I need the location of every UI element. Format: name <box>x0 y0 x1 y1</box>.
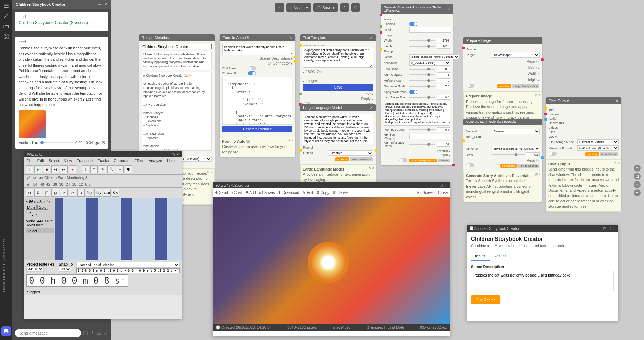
silence-button[interactable]: ⊘ <box>60 189 68 197</box>
fitproj-button[interactable]: ⇱⇲ <box>112 189 119 197</box>
zoom-fit-icon[interactable]: ⊡ <box>634 173 641 180</box>
audio-seek[interactable] <box>40 142 73 143</box>
chatout-toggle[interactable] <box>549 152 557 156</box>
audio-player[interactable]: Audio #1 ▶ 0:00 / 0:34 🔊 ⇱ <box>19 141 105 145</box>
close-icon[interactable] <box>447 7 450 11</box>
close-icon[interactable] <box>615 99 619 103</box>
maximize-icon[interactable]: ▢ <box>172 153 175 156</box>
menu-icon[interactable] <box>3 3 9 9</box>
paste-button[interactable]: 📋 <box>43 189 50 197</box>
node-prepare-image[interactable]: Prepare Image Source Target4k Wallpaper … <box>463 37 542 128</box>
height-slider[interactable] <box>409 46 435 47</box>
recipe-desc[interactable]: Utilise LLM in conjunction with stable d… <box>142 51 212 70</box>
minimize-icon[interactable] <box>97 2 102 7</box>
node-sdxl[interactable]: Generate Storybook Illustration via Stab… <box>381 4 453 165</box>
save-template-button[interactable]: Save <box>303 84 373 91</box>
formio-prompt[interactable]: Pebbles the cat waits patiently beside L… <box>222 44 292 55</box>
save-button[interactable]: Save▾ <box>313 3 338 12</box>
tab-inputs[interactable]: Inputs <box>471 252 490 261</box>
tool-zoom[interactable]: 🔍 <box>107 165 115 173</box>
menu-tracks[interactable]: Tracks <box>98 159 109 163</box>
play-meter[interactable]: 🔊 -54 -48 -42 -36 -30 -24 -18 -12 -6 0 <box>24 181 182 188</box>
menu-file[interactable]: File <box>26 159 33 163</box>
tool-multi[interactable]: ✱ <box>125 165 132 173</box>
track-controls[interactable]: × 56.ma8ico4x MuteSolo - ━●━━ + L ━━●━ R… <box>24 198 55 260</box>
record-button[interactable]: ● <box>69 165 76 173</box>
zoom-sparkle-icon[interactable]: ✦ <box>634 165 641 172</box>
width-slider[interactable] <box>409 40 435 41</box>
storage-select[interactable]: Permanent (Default) <box>577 139 619 144</box>
menu-select[interactable]: Select <box>49 159 59 163</box>
track-select[interactable]: Select <box>26 228 54 233</box>
generate-interface-button[interactable]: Generate Interface <box>222 126 292 132</box>
solo-button[interactable]: Solo <box>37 205 48 210</box>
wand-icon[interactable] <box>3 13 9 19</box>
fit-screen-button[interactable]: ⛶ Fit Screen <box>413 190 435 195</box>
tool-envelope[interactable]: ≡ <box>90 165 98 173</box>
criteria-select[interactable]: Creative <box>329 150 373 156</box>
attach-icon[interactable] <box>104 331 108 336</box>
add-to-canvas-button[interactable]: ⊕ Add To Canvas <box>245 190 275 195</box>
audacity-window[interactable]: Wavacity—▢✕ File Edit Select View Transp… <box>24 151 182 319</box>
tool-draw[interactable]: ✎ <box>99 165 106 173</box>
trim-button[interactable]: ⊟ <box>51 189 59 197</box>
close-icon[interactable] <box>536 120 540 124</box>
close-icon[interactable]: ✕ <box>176 153 179 156</box>
scheduler-select[interactable]: K_EULER (Default) <box>409 60 450 66</box>
copy-button[interactable]: ⧉ Copy <box>317 190 329 195</box>
formio-code[interactable]: { "components": [ { "attrs": [ { "attr":… <box>222 77 292 125</box>
rec-meter[interactable]: 🎤 -54 -48 Click to Start Monitoring 8 ← <box>24 175 182 181</box>
close-icon[interactable] <box>536 39 540 42</box>
folder-icon[interactable] <box>3 23 9 30</box>
style-slider[interactable] <box>492 154 525 155</box>
voice-select[interactable]: Serena <box>492 129 540 134</box>
model-select[interactable]: eleven_monolingual_v1 (Default) <box>492 146 540 151</box>
waveform[interactable] <box>55 198 182 260</box>
rate-select[interactable]: 44100 <box>26 266 44 272</box>
selmode-select[interactable]: Start and End of Selection <box>76 262 180 268</box>
editform-toggle[interactable] <box>248 66 256 70</box>
infsteps-slider[interactable] <box>409 144 435 145</box>
imgview-titlebar[interactable]: 93.ww4s782bgx.jpg— ▢ ✕ <box>213 182 450 188</box>
copy-button[interactable]: ⧉ <box>34 189 42 197</box>
numout-slider[interactable] <box>409 74 435 75</box>
close-button[interactable]: Close <box>438 190 448 195</box>
stop-button[interactable]: ■ <box>43 165 50 173</box>
image-display[interactable] <box>213 197 450 324</box>
noise-slider[interactable] <box>409 97 435 98</box>
minimize-icon[interactable]: — <box>167 153 170 156</box>
prepimg-toggle[interactable] <box>466 84 474 88</box>
close-icon[interactable] <box>208 36 212 39</box>
menu-view[interactable]: View <box>64 159 72 163</box>
recipe-markdown[interactable]: # Children Storybook Creator 📖✨ Unleash … <box>142 72 212 151</box>
msg-thumbnail[interactable] <box>19 110 46 138</box>
close-icon[interactable] <box>289 36 292 39</box>
repweights-input[interactable] <box>409 134 451 139</box>
refsteps-slider[interactable] <box>409 80 435 81</box>
tool-timeshift[interactable]: ↔ <box>116 165 124 173</box>
close-icon[interactable] <box>370 36 373 39</box>
camera-icon[interactable] <box>97 331 102 336</box>
template-text[interactable]: A gorgeous children's story book illustr… <box>303 47 373 68</box>
target-select[interactable]: 4k Wallpaper <box>492 52 540 58</box>
zoomin-button[interactable]: 🔍+ <box>86 189 93 197</box>
mute-button[interactable]: Mute <box>26 205 37 210</box>
watermark-toggle[interactable] <box>409 90 417 94</box>
close-icon[interactable] <box>370 106 373 109</box>
run-recipe-button[interactable]: Run Recipe <box>471 295 500 304</box>
audacity-titlebar[interactable]: Wavacity—▢✕ <box>24 151 182 157</box>
send-to-chat-button[interactable]: ✈ Send To Chat <box>215 190 242 195</box>
guidance-slider[interactable] <box>409 86 435 87</box>
redo-button[interactable]: ↷ <box>77 189 85 197</box>
close-icon[interactable]: ✕ <box>612 226 615 231</box>
favorite-button[interactable]: ♡ <box>351 3 360 12</box>
maximize-icon[interactable]: ▢ <box>439 183 443 187</box>
chat-input[interactable] <box>15 329 81 337</box>
audio-position[interactable]: 0 0 h 0 0 m 0 8 s⁻ <box>26 274 128 287</box>
undo-button[interactable]: ↶ <box>69 189 76 197</box>
edit-button[interactable]: ✎ Edit <box>302 190 313 195</box>
pstrength-slider[interactable] <box>409 129 435 130</box>
zoom-out-icon[interactable]: − <box>634 181 641 188</box>
snap-select[interactable]: Off <box>59 266 71 272</box>
puzzle-icon[interactable] <box>3 34 9 40</box>
